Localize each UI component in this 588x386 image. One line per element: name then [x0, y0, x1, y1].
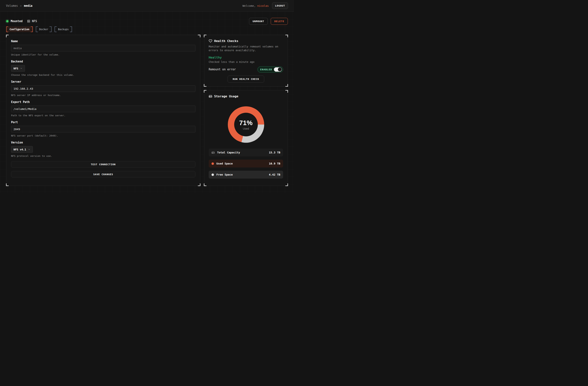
port-input[interactable] — [11, 126, 195, 132]
version-label: Version — [11, 141, 195, 144]
health-status-text: Healthy — [209, 56, 283, 59]
export-path-help: Path to the NFS export on the server. — [11, 114, 195, 117]
mounted-status-dot — [6, 20, 8, 22]
welcome-text: Welcome, nicolas — [242, 4, 269, 7]
chevron-down-icon — [20, 67, 22, 70]
tab-backups[interactable]: Backups — [55, 26, 72, 32]
free-space-label: Free Space — [216, 173, 233, 176]
username: nicolas — [257, 4, 269, 7]
remount-toggle[interactable]: ENABLED — [257, 66, 283, 73]
name-help: Unique identifier for the volume. — [11, 53, 195, 56]
hard-drive-icon — [211, 151, 215, 154]
topbar: Volumes > media Welcome, nicolas LOGOUT — [0, 0, 294, 12]
storage-legend: Total Capacity 15.3 TB Used Space 10.9 T… — [209, 149, 283, 179]
version-select-value: NFS v4.1 — [14, 148, 26, 151]
corner-bracket — [285, 90, 288, 93]
health-card-description: Monitor and automatically remount volume… — [209, 45, 283, 52]
used-space-dot-icon — [211, 162, 214, 165]
backend-badge: NFS — [27, 20, 37, 23]
corner-bracket — [285, 183, 288, 186]
remount-on-error-label: Remount on error — [209, 68, 236, 71]
tab-configuration[interactable]: Configuration — [6, 26, 33, 32]
total-capacity-value: 15.3 TB — [269, 151, 280, 154]
corner-bracket — [6, 183, 9, 186]
corner-bracket — [6, 35, 9, 37]
save-changes-button[interactable]: SAVE CHANGES — [11, 171, 195, 177]
storage-donut-chart: 71% Used — [228, 106, 264, 143]
version-help: NFS protocol version to use. — [11, 154, 195, 157]
port-label: Port — [11, 121, 195, 124]
mount-status: Mounted — [6, 20, 22, 23]
port-help: NFS server port (default: 2049). — [11, 134, 195, 137]
chevron-down-icon — [28, 148, 30, 150]
breadcrumb-separator-icon: > — [20, 4, 21, 7]
export-path-input[interactable] — [11, 106, 195, 112]
corner-bracket — [204, 84, 207, 87]
breadcrumb-volumes[interactable]: Volumes — [6, 4, 18, 7]
version-select[interactable]: NFS v4.1 — [11, 146, 33, 153]
corner-bracket — [204, 35, 207, 37]
health-checked-text: Checked less than a minute ago — [209, 60, 283, 64]
delete-button[interactable]: DELETE — [271, 18, 288, 25]
health-checks-card: Health Checks Monitor and automatically … — [204, 35, 288, 86]
remount-toggle-label: ENABLED — [260, 68, 272, 71]
health-card-title: Health Checks — [214, 39, 238, 43]
backend-help: Choose the storage backend for this volu… — [11, 74, 195, 76]
backend-badge-label: NFS — [32, 20, 37, 23]
storage-card-title: Storage Usage — [214, 95, 238, 98]
toggle-track — [274, 67, 282, 72]
name-input[interactable] — [11, 45, 195, 51]
donut-center-value: 71% — [239, 119, 253, 127]
server-input[interactable] — [11, 85, 195, 92]
server-stack-icon — [27, 20, 30, 23]
corner-bracket — [198, 183, 200, 186]
page-body: Mounted NFS UNMOUNT DELETE Configuration… — [0, 12, 294, 193]
heart-icon — [209, 39, 212, 43]
welcome-prefix: Welcome, — [242, 4, 255, 7]
server-help: NFS server IP address or hostname. — [11, 94, 195, 97]
corner-bracket — [285, 35, 288, 37]
hard-drive-icon — [209, 95, 212, 98]
configuration-card: Name Unique identifier for the volume. B… — [6, 35, 200, 186]
total-capacity-label: Total Capacity — [217, 151, 240, 154]
unmount-button[interactable]: UNMOUNT — [249, 18, 268, 25]
status-row: Mounted NFS UNMOUNT DELETE — [6, 12, 288, 24]
used-space-row: Used Space 10.9 TB — [209, 160, 283, 168]
tab-docker[interactable]: Docker — [36, 26, 52, 32]
total-capacity-row: Total Capacity 15.3 TB — [209, 149, 283, 156]
corner-bracket — [204, 90, 207, 93]
run-health-check-button[interactable]: RUN HEALTH CHECK — [228, 76, 264, 83]
name-label: Name — [11, 40, 195, 43]
export-path-label: Export Path — [11, 100, 195, 104]
corner-bracket — [285, 84, 288, 87]
donut-center-label: Used — [243, 127, 249, 130]
free-space-dot-icon — [211, 173, 214, 176]
tab-bar: Configuration Docker Backups — [6, 26, 288, 32]
toggle-knob — [278, 67, 282, 71]
mount-status-label: Mounted — [11, 20, 22, 23]
used-space-value: 10.9 TB — [269, 162, 280, 165]
used-space-label: Used Space — [216, 162, 233, 165]
corner-bracket — [204, 183, 207, 186]
free-space-row: Free Space 4.42 TB — [209, 171, 283, 179]
test-connection-button[interactable]: TEST CONNECTION — [11, 161, 195, 168]
backend-label: Backend — [11, 60, 195, 63]
breadcrumb: Volumes > media — [6, 4, 32, 7]
logout-button[interactable]: LOGOUT — [272, 2, 288, 9]
backend-select-value: NFS — [14, 67, 18, 70]
free-space-value: 4.42 TB — [269, 173, 280, 176]
storage-usage-card: Storage Usage 71% Used — [204, 90, 288, 186]
backend-select[interactable]: NFS — [11, 65, 25, 72]
server-label: Server — [11, 80, 195, 84]
corner-bracket — [198, 35, 200, 37]
breadcrumb-current: media — [24, 4, 32, 7]
